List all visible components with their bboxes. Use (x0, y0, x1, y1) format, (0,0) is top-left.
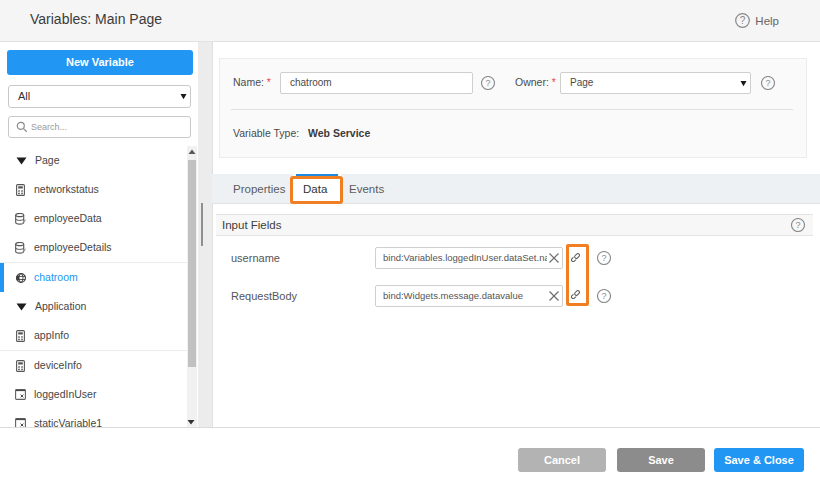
svg-text:?: ? (740, 15, 746, 26)
